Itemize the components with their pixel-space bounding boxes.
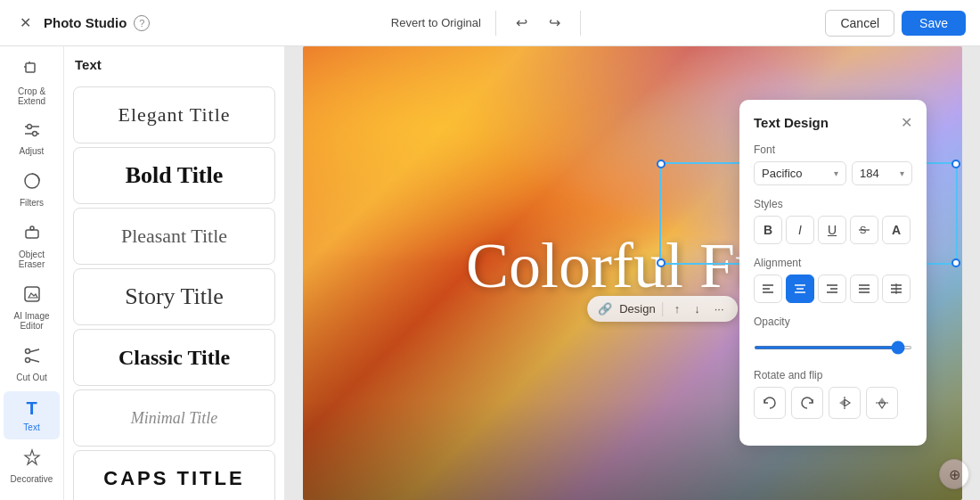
sidebar-item-filters[interactable]: Filters	[4, 165, 60, 215]
minimal-title-label: Minimal Title	[131, 409, 218, 428]
opacity-slider[interactable]	[754, 346, 912, 349]
underline-style-button[interactable]: U	[818, 216, 846, 244]
align-justify-button[interactable]	[850, 275, 878, 303]
rotate-right-button[interactable]	[791, 387, 823, 419]
panel-title: Text Design	[754, 115, 829, 130]
rotate-flip-section: Rotate and flip	[754, 369, 912, 419]
font-select[interactable]: Pacifico ▾	[754, 161, 846, 185]
sidebar-item-text[interactable]: T Text	[4, 391, 60, 439]
sidebar-label-cut-out: Cut Out	[16, 373, 46, 382]
cut-out-icon	[23, 347, 41, 369]
svg-point-11	[25, 358, 29, 363]
object-eraser-icon	[23, 224, 41, 246]
panel-close-button[interactable]: ✕	[901, 114, 912, 131]
text-style-caps[interactable]: CAPS TITLE	[73, 450, 275, 500]
save-button[interactable]: Save	[902, 11, 966, 36]
svg-point-9	[30, 226, 34, 230]
sidebar-item-object-eraser[interactable]: Object Eraser	[4, 217, 60, 276]
bold-style-button[interactable]: B	[754, 216, 782, 244]
bold-title-label: Bold Title	[126, 162, 224, 189]
align-left-button[interactable]	[754, 275, 782, 303]
svg-line-13	[29, 349, 39, 352]
main-layout: Crop & Extend Adjust Filters Object Eras…	[0, 46, 980, 500]
redo-button[interactable]: ↪	[543, 11, 566, 35]
adjust-icon	[23, 122, 41, 143]
pleasant-title-label: Pleasant Title	[121, 225, 227, 248]
opacity-label: Opacity	[754, 316, 912, 328]
canvas-area: Colorful Fun 🔗 Design ↑ ↓ ··· ⊕ Text Des…	[285, 46, 980, 500]
text-style-bold[interactable]: Bold Title	[73, 147, 275, 204]
text-style-elegant[interactable]: Elegant Title	[73, 86, 275, 143]
classic-title-label: Classic Title	[118, 346, 230, 370]
text-design-panel: Text Design ✕ Font Pacifico ▾ 184 ▾	[739, 100, 927, 446]
text-icon: T	[26, 398, 37, 419]
text-panel: Text Elegant Title Bold Title Pleasant T…	[64, 46, 285, 500]
styles-section: Styles B I U S A	[754, 198, 912, 244]
font-value: Pacifico	[762, 167, 803, 180]
sidebar-item-crop[interactable]: Crop & Extend	[4, 53, 60, 113]
help-icon[interactable]: ?	[134, 15, 150, 31]
text-panel-title: Text	[64, 57, 284, 83]
text-color-button[interactable]: A	[882, 216, 911, 244]
sidebar-label-adjust: Adjust	[20, 146, 45, 156]
font-label: Font	[754, 143, 912, 156]
align-distribute-button[interactable]	[882, 275, 911, 303]
chevron-down-icon: ▾	[834, 168, 838, 178]
flip-vertical-button[interactable]	[866, 387, 898, 419]
alignment-buttons	[754, 275, 912, 303]
sidebar-label-object-eraser: Object Eraser	[7, 250, 56, 269]
topbar: ✕ Photo Studio ? Revert to Original ↩ ↪ …	[0, 0, 980, 46]
flip-horizontal-button[interactable]	[829, 387, 861, 419]
text-style-minimal[interactable]: Minimal Title	[73, 389, 275, 447]
style-buttons: B I U S A	[754, 216, 912, 244]
svg-rect-0	[26, 63, 35, 72]
divider	[580, 11, 581, 36]
topbar-center: Revert to Original ↩ ↪	[391, 11, 584, 36]
sidebar-label-filters: Filters	[20, 198, 44, 208]
text-style-story[interactable]: Story Title	[73, 268, 275, 325]
chevron-down-icon: ▾	[900, 168, 904, 178]
italic-style-button[interactable]: I	[786, 216, 814, 244]
align-right-button[interactable]	[818, 275, 846, 303]
undo-button[interactable]: ↩	[510, 11, 533, 35]
story-title-label: Story Title	[125, 283, 224, 310]
svg-point-4	[27, 125, 31, 129]
topbar-left: ✕ Photo Studio ?	[14, 11, 150, 35]
sidebar-item-adjust[interactable]: Adjust	[4, 115, 60, 163]
rotate-flip-label: Rotate and flip	[754, 369, 912, 381]
strikethrough-style-button[interactable]: S	[850, 216, 878, 244]
font-section: Font Pacifico ▾ 184 ▾	[754, 143, 912, 185]
elegant-title-label: Elegant Title	[118, 103, 230, 127]
sidebar-item-overlays[interactable]: Overlays	[4, 493, 60, 500]
divider	[495, 11, 496, 36]
opacity-slider-container[interactable]	[754, 333, 912, 357]
size-select[interactable]: 184 ▾	[852, 161, 912, 185]
revert-button[interactable]: Revert to Original	[391, 16, 481, 29]
rotate-left-button[interactable]	[754, 387, 786, 419]
opacity-section: Opacity	[754, 316, 912, 357]
sidebar-label-ai-image-editor: AI Image Editor	[7, 311, 56, 331]
sidebar-label-text: Text	[23, 422, 39, 432]
size-value: 184	[860, 167, 879, 180]
panel-header: Text Design ✕	[754, 114, 912, 131]
crop-icon	[23, 61, 41, 83]
filters-icon	[23, 172, 41, 194]
decorative-icon	[23, 448, 41, 471]
svg-point-12	[25, 349, 29, 354]
cancel-button[interactable]: Cancel	[825, 10, 894, 37]
sidebar-item-decorative[interactable]: Decorative	[4, 441, 60, 491]
ai-image-editor-icon	[23, 285, 41, 307]
close-button[interactable]: ✕	[14, 11, 37, 35]
topbar-right: Cancel Save	[825, 10, 966, 37]
text-style-classic[interactable]: Classic Title	[73, 329, 275, 386]
sidebar-item-ai-image-editor[interactable]: AI Image Editor	[4, 278, 60, 338]
svg-point-6	[32, 132, 37, 136]
sidebar-item-cut-out[interactable]: Cut Out	[4, 340, 60, 389]
text-style-pleasant[interactable]: Pleasant Title	[73, 208, 275, 265]
sidebar-label-crop: Crop & Extend	[7, 86, 56, 106]
caps-title-label: CAPS TITLE	[103, 467, 244, 490]
app-title: Photo Studio	[44, 15, 127, 30]
svg-line-14	[29, 359, 39, 362]
align-center-button[interactable]	[786, 275, 814, 303]
alignment-section: Alignment	[754, 257, 912, 303]
